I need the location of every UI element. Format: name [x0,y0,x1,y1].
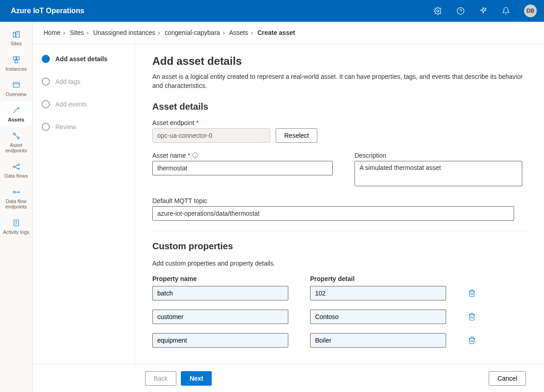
notifications-icon[interactable] [499,4,513,18]
step-dot-icon [42,123,50,131]
step-review[interactable]: Review [42,123,126,131]
sidebar-item-label: Sites [10,41,21,46]
description-input[interactable]: A simulated thermostat asset [355,161,522,186]
prop-detail-header: Property detail [310,275,446,282]
delete-property-button[interactable] [468,336,476,344]
step-add-tags[interactable]: Add tags [42,77,126,86]
step-add-events[interactable]: Add events [42,100,126,108]
sidebar-item-instances[interactable]: Instances [0,51,32,76]
svg-rect-9 [16,57,19,59]
breadcrumb-current: Create asset [257,29,295,36]
mqtt-label: Default MQTT topic [152,197,514,204]
sidebar-item-data-flows[interactable]: Data flows [0,158,32,183]
svg-rect-10 [15,60,18,63]
step-dot-icon [42,77,50,86]
breadcrumb-link[interactable]: Home [44,29,60,36]
reselect-button[interactable]: Reselect [276,128,317,143]
description-label: Description [355,152,522,159]
property-row [152,286,526,300]
page-description: An asset is a logical entity created to … [152,72,526,91]
property-detail-input[interactable] [310,286,446,300]
svg-point-15 [13,166,15,168]
svg-point-3 [485,8,486,9]
step-dot-icon [42,100,50,108]
prop-name-header: Property name [152,275,288,282]
property-name-input[interactable] [152,333,288,348]
breadcrumb-link[interactable]: congenial-capybara [165,29,220,36]
asset-name-input[interactable] [152,161,333,175]
back-button[interactable]: Back [145,371,176,386]
svg-point-0 [437,10,439,12]
breadcrumb-link[interactable]: Sites [70,29,84,36]
step-label: Add events [55,101,87,108]
brand-title: Azure IoT Operations [11,7,84,15]
sidebar-item-overview[interactable]: Overview [0,76,32,102]
sidebar-item-data-flow-endpoints[interactable]: Data flow endpoints [0,183,32,214]
step-label: Review [55,123,76,131]
assets-icon [12,106,21,115]
svg-point-16 [18,164,19,165]
top-header: Azure IoT Operations DB [0,0,544,22]
sidebar-item-label: Activity logs [3,229,29,235]
section-heading-details: Asset details [152,102,526,112]
svg-point-1 [457,8,464,15]
divider [152,232,526,232]
property-row [152,333,526,348]
instances-icon [12,55,21,64]
header-actions: DB [431,4,537,18]
overview-icon [12,81,21,90]
data-flow-endpoints-icon [12,188,21,197]
step-add-asset-details[interactable]: Add asset details [42,55,126,63]
property-detail-input[interactable] [310,333,446,348]
settings-icon[interactable] [431,4,445,18]
sidebar-item-label: Overview [6,92,27,97]
property-name-input[interactable] [152,286,288,300]
step-label: Add tags [55,78,80,85]
svg-rect-4 [13,33,15,38]
next-button[interactable]: Next [181,371,212,386]
svg-point-17 [18,168,19,169]
activity-logs-icon [12,218,21,227]
sites-icon [12,30,21,39]
sidebar-item-label: Assets [8,117,24,122]
sidebar-item-label: Instances [5,66,27,72]
data-flows-icon [12,162,21,171]
step-label: Add asset details [55,55,107,63]
delete-property-button[interactable] [468,313,476,321]
endpoint-label: Asset endpoint * [152,119,526,126]
property-row [152,310,526,324]
breadcrumb: Home› Sites› Unassigned instances› conge… [33,22,544,44]
breadcrumb-sep: › [223,29,225,36]
breadcrumb-link[interactable]: Assets [229,29,248,36]
breadcrumb-sep: › [63,29,65,36]
mqtt-input[interactable] [152,206,514,221]
sidebar-item-asset-endpoints[interactable]: Asset endpoints [0,127,32,158]
properties-header: Property name Property detail [152,275,526,282]
steps-panel: Add asset details Add tags Add events Re… [33,44,136,364]
sidebar-item-label: Asset endpoints [2,142,30,153]
page-title: Add asset details [152,55,526,68]
help-icon[interactable] [453,4,468,18]
property-name-input[interactable] [152,310,288,324]
breadcrumb-link[interactable]: Unassigned instances [93,29,155,36]
delete-property-button[interactable] [468,289,476,297]
property-detail-input[interactable] [310,310,446,324]
step-dot-icon [42,55,50,63]
left-sidebar: Sites Instances Overview Assets Asset en… [0,22,33,392]
asset-endpoints-icon [12,131,21,140]
breadcrumb-sep: › [158,29,160,36]
copilot-icon[interactable] [476,4,491,18]
sidebar-item-label: Data flows [5,173,28,179]
sidebar-item-sites[interactable]: Sites [0,25,32,51]
svg-point-18 [13,191,15,194]
breadcrumb-sep: › [251,29,253,36]
user-avatar[interactable]: DB [524,5,537,17]
properties-description: Add custom properties and property detai… [152,259,526,268]
sidebar-item-assets[interactable]: Assets [0,102,32,127]
section-heading-properties: Custom properties [152,241,526,252]
cancel-button[interactable]: Cancel [489,371,526,386]
sidebar-item-label: Data flow endpoints [2,198,30,209]
form-panel: Add asset details An asset is a logical … [136,44,544,364]
sidebar-item-activity-logs[interactable]: Activity logs [0,214,32,239]
info-icon[interactable] [192,152,198,159]
